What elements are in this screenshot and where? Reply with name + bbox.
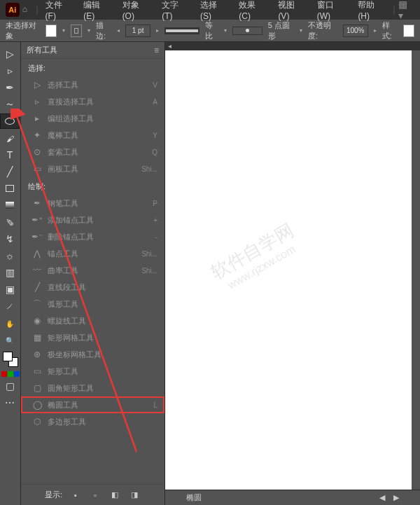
nav-next-icon[interactable]: ▶: [393, 493, 399, 502]
tool-symbol[interactable]: [0, 248, 20, 263]
tool-row-矩形网格工具[interactable]: ▦矩形网格工具: [21, 329, 164, 346]
tool-row-多边形工具[interactable]: ⬡多边形工具: [21, 413, 164, 430]
tool-icon: ⌒: [32, 299, 42, 309]
tool-label: 矩形工具: [48, 366, 152, 377]
workspace-icon[interactable]: ▦ ▾: [398, 0, 415, 21]
tool-pen[interactable]: [0, 80, 20, 95]
tool-type[interactable]: [0, 147, 20, 162]
menu-window[interactable]: 窗口(W): [313, 0, 351, 22]
menu-type[interactable]: 文字(T): [158, 0, 193, 22]
tool-shortcut: A: [153, 98, 158, 106]
tool-icon: ⊛: [32, 350, 42, 359]
stroke-label: 描边:: [96, 20, 111, 41]
tool-ellipse[interactable]: [0, 113, 20, 129]
tool-row-编组选择工具[interactable]: ▸编组选择工具: [21, 110, 164, 127]
menu-edit[interactable]: 编辑(E): [79, 0, 115, 22]
tool-shortcut: Shi...: [141, 267, 158, 275]
tool-row-画板工具[interactable]: ▭画板工具Shi...: [21, 160, 164, 177]
tool-row-矩形工具[interactable]: ▭矩形工具: [21, 363, 164, 380]
uniform-label: 等比: [205, 20, 218, 41]
opacity-label: 不透明度:: [308, 20, 337, 41]
footer-btn-1[interactable]: ▪: [69, 489, 82, 501]
style-label: 样式:: [382, 20, 398, 41]
tool-icon: ▦: [32, 333, 42, 343]
menu-view[interactable]: 视图(V): [274, 0, 309, 22]
tool-icon: ▢: [32, 383, 42, 393]
tool-icon: ◉: [32, 316, 42, 326]
artboard[interactable]: [165, 50, 412, 490]
menu-object[interactable]: 对象(O): [118, 0, 155, 22]
brush-preview[interactable]: [232, 27, 262, 35]
menu-select[interactable]: 选择(S): [196, 0, 232, 22]
stroke-decrease[interactable]: ◂: [117, 27, 120, 34]
tool-selection[interactable]: [0, 46, 20, 62]
tool-shortcut: Shi...: [141, 165, 158, 173]
nav-prev-icon[interactable]: ◀: [379, 493, 385, 502]
footer-btn-3[interactable]: ◧: [108, 489, 121, 501]
tool-row-椭圆工具[interactable]: ◯椭圆工具L: [21, 396, 164, 413]
style-swatch[interactable]: [403, 25, 414, 37]
tool-hand[interactable]: [0, 315, 20, 331]
tool-gradient[interactable]: [0, 198, 20, 213]
canvas-tab-arrow[interactable]: ◂: [165, 42, 420, 50]
stroke-swatch[interactable]: [71, 25, 82, 37]
tool-line[interactable]: [0, 164, 20, 179]
tool-row-极坐标网格工具[interactable]: ⊛极坐标网格工具: [21, 346, 164, 363]
tool-row-选择工具[interactable]: ▷选择工具V: [21, 76, 164, 93]
panel-menu-icon[interactable]: ≡: [154, 46, 159, 55]
tool-eyedropper[interactable]: [0, 214, 20, 230]
fill-swatch[interactable]: [46, 25, 57, 37]
tool-curvature[interactable]: [0, 97, 20, 112]
tool-edit-toolbar[interactable]: ⋯: [0, 395, 20, 410]
tool-row-圆角矩形工具[interactable]: ▢圆角矩形工具: [21, 380, 164, 396]
tool-blend[interactable]: [0, 231, 20, 247]
tool-direct-selection[interactable]: [0, 63, 20, 78]
tool-shortcut: Shi...: [141, 250, 158, 258]
footer-btn-4[interactable]: ◨: [128, 489, 141, 501]
app-logo: Ai: [6, 3, 20, 17]
tool-label: 直线段工具: [48, 282, 152, 293]
opacity-chevron[interactable]: ▸: [374, 27, 377, 34]
menu-help[interactable]: 帮助(H): [354, 0, 390, 22]
stroke-width-input[interactable]: [125, 25, 150, 37]
tool-row-直线段工具[interactable]: ╱直线段工具: [21, 279, 164, 296]
tool-row-套索工具[interactable]: ⊙套索工具Q: [21, 144, 164, 160]
tool-rectangle[interactable]: [0, 181, 20, 196]
stroke-increase[interactable]: ▸: [156, 27, 159, 34]
home-icon[interactable]: ⌂: [22, 4, 34, 15]
tool-row-锚点工具[interactable]: ⋀锚点工具Shi...: [21, 245, 164, 262]
footer-show-label: 显示:: [45, 490, 62, 500]
tool-paintbrush[interactable]: [0, 130, 20, 146]
tool-icon: ▷: [32, 80, 42, 90]
tool-label: 套索工具: [48, 147, 146, 158]
tool-label: 添加锚点工具: [48, 215, 148, 226]
tool-row-螺旋线工具[interactable]: ◉螺旋线工具: [21, 312, 164, 329]
menu-file[interactable]: 文件(F): [41, 0, 77, 22]
color-mode-row[interactable]: [0, 371, 20, 377]
tool-label: 弧形工具: [48, 299, 152, 310]
tool-screen-mode[interactable]: [0, 378, 20, 394]
tool-row-直接选择工具[interactable]: ▹直接选择工具A: [21, 93, 164, 110]
tool-row-魔棒工具[interactable]: ✦魔棒工具Y: [21, 127, 164, 144]
stroke-profile[interactable]: [164, 27, 200, 34]
opacity-input[interactable]: [343, 25, 368, 37]
left-toolbar: ⋯: [0, 42, 21, 505]
tool-row-曲率工具[interactable]: 〰曲率工具Shi...: [21, 262, 164, 279]
tool-icon: ▸: [32, 113, 42, 123]
menu-effect[interactable]: 效果(C): [234, 0, 271, 22]
menubar: Ai ⌂ | 文件(F) 编辑(E) 对象(O) 文字(T) 选择(S) 效果(…: [0, 0, 420, 20]
section-draw-label: 绘制:: [21, 177, 164, 195]
tool-artboard[interactable]: [0, 282, 20, 297]
tool-label: 极坐标网格工具: [48, 350, 152, 360]
color-picker[interactable]: [3, 352, 18, 367]
footer-btn-2[interactable]: ▫: [89, 489, 102, 501]
tool-row-删除锚点工具[interactable]: ✒⁻删除锚点工具-: [21, 228, 164, 245]
tool-slice[interactable]: [0, 298, 20, 314]
tool-row-弧形工具[interactable]: ⌒弧形工具: [21, 296, 164, 312]
tool-graph[interactable]: [0, 265, 20, 280]
canvas-area: ◂ 椭圆 ◀ ▶: [165, 42, 420, 505]
tool-row-钢笔工具[interactable]: ✒钢笔工具P: [21, 195, 164, 212]
tool-label: 螺旋线工具: [48, 316, 152, 326]
tool-row-添加锚点工具[interactable]: ✒⁺添加锚点工具+: [21, 212, 164, 228]
tool-zoom[interactable]: [0, 332, 20, 347]
